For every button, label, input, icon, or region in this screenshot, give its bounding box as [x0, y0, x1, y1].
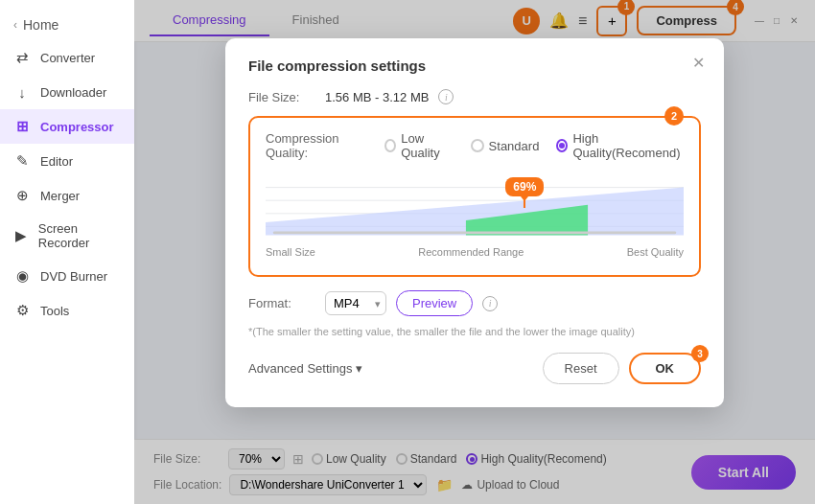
compression-quality-label: Compression Quality: [266, 131, 363, 160]
comp-quality-high-label: High Quality(Recomend) [572, 131, 684, 160]
sidebar-item-editor[interactable]: ✎ Editor [0, 144, 134, 178]
comp-quality-standard-label: Standard [489, 139, 540, 153]
ok-button[interactable]: OK 3 [629, 353, 702, 384]
format-select[interactable]: MP4 MOV AVI MKV [325, 291, 386, 315]
comp-radio-high-icon [556, 139, 568, 152]
tools-icon: ⚙ [13, 302, 31, 319]
quality-pin[interactable]: 69% [505, 177, 544, 208]
sidebar-back-label: Home [23, 17, 58, 33]
advanced-settings-label: Advanced Settings [248, 361, 352, 376]
chevron-left-icon: ‹ [13, 18, 17, 32]
converter-icon: ⇄ [13, 49, 31, 66]
modal-overlay: File compression settings ✕ File Size: 1… [134, 0, 815, 504]
modal-file-size-value: 1.56 MB - 3.12 MB [325, 90, 429, 104]
info-icon[interactable]: i [438, 89, 454, 104]
pin-percentage: 69% [505, 177, 544, 196]
step2-badge: 2 [664, 106, 684, 126]
hint-text: *(The smaller the setting value, the sma… [248, 326, 701, 337]
comp-quality-high[interactable]: High Quality(Recomend) [556, 131, 684, 160]
compression-chart[interactable] [266, 173, 684, 241]
format-row: Format: MP4 MOV AVI MKV Preview i [248, 290, 701, 316]
sidebar-item-merger[interactable]: ⊕ Merger [0, 178, 134, 213]
quality-section: 2 Compression Quality: Low Quality Stand… [248, 116, 701, 277]
sidebar-item-dvd-burner[interactable]: ◉ DVD Burner [0, 259, 134, 293]
sidebar-item-label: Tools [40, 304, 69, 318]
modal-file-size-label: File Size: [248, 90, 315, 104]
comp-radio-low-icon [384, 139, 396, 152]
format-label: Format: [248, 296, 315, 310]
step3-badge: 3 [691, 345, 709, 362]
dvd-burner-icon: ◉ [13, 267, 31, 285]
compression-radio-row: Compression Quality: Low Quality Standar… [266, 131, 684, 160]
editor-icon: ✎ [13, 152, 31, 170]
sidebar-item-tools[interactable]: ⚙ Tools [0, 293, 134, 328]
sidebar-item-converter[interactable]: ⇄ Converter [0, 40, 134, 75]
main-area: Compressing Finished U 🔔 ≡ + 1 Compress … [134, 0, 815, 504]
sidebar-item-label: Editor [40, 154, 73, 169]
compressor-icon: ⊞ [13, 118, 31, 135]
format-select-wrap: MP4 MOV AVI MKV [325, 291, 386, 315]
modal-file-size-row: File Size: 1.56 MB - 3.12 MB i [248, 89, 701, 104]
chart-recommended-label: Recommended Range [418, 246, 524, 258]
sidebar-item-label: Downloader [40, 85, 106, 100]
reset-button[interactable]: Reset [543, 353, 619, 384]
chart-small-size-label: Small Size [266, 246, 315, 258]
modal-title: File compression settings [248, 57, 701, 74]
comp-quality-low[interactable]: Low Quality [384, 131, 453, 160]
compression-settings-modal: File compression settings ✕ File Size: 1… [225, 38, 724, 407]
advanced-settings-toggle[interactable]: Advanced Settings ▾ [248, 361, 362, 376]
sidebar-back-button[interactable]: ‹ Home [0, 10, 134, 40]
chart-area: 69% Small Size Recommended Range Best Qu… [266, 173, 684, 260]
screen-recorder-icon: ▶ [13, 227, 29, 244]
comp-quality-low-label: Low Quality [401, 131, 453, 160]
comp-quality-standard[interactable]: Standard [471, 139, 540, 153]
modal-footer: Advanced Settings ▾ Reset OK 3 [248, 353, 701, 384]
modal-footer-buttons: Reset OK 3 [543, 353, 701, 384]
downloader-icon: ↓ [13, 83, 31, 101]
sidebar-item-label: Merger [40, 189, 80, 203]
merger-icon: ⊕ [13, 187, 31, 204]
comp-radio-standard-icon [471, 139, 484, 152]
chevron-down-icon: ▾ [356, 361, 362, 376]
sidebar-item-label: Compressor [40, 120, 114, 134]
format-info-icon[interactable]: i [482, 296, 498, 311]
preview-button[interactable]: Preview [396, 290, 473, 316]
sidebar-item-label: Converter [40, 51, 95, 65]
sidebar: ‹ Home ⇄ Converter ↓ Downloader ⊞ Compre… [0, 0, 134, 504]
sidebar-item-screen-recorder[interactable]: ▶ Screen Recorder [0, 213, 134, 259]
sidebar-item-label: DVD Burner [40, 269, 107, 284]
sidebar-item-label: Screen Recorder [38, 221, 121, 250]
chart-labels: Small Size Recommended Range Best Qualit… [266, 246, 684, 258]
chart-best-quality-label: Best Quality [627, 246, 684, 258]
sidebar-item-compressor[interactable]: ⊞ Compressor [0, 109, 134, 144]
sidebar-item-downloader[interactable]: ↓ Downloader [0, 75, 134, 109]
modal-close-button[interactable]: ✕ [687, 52, 709, 73]
